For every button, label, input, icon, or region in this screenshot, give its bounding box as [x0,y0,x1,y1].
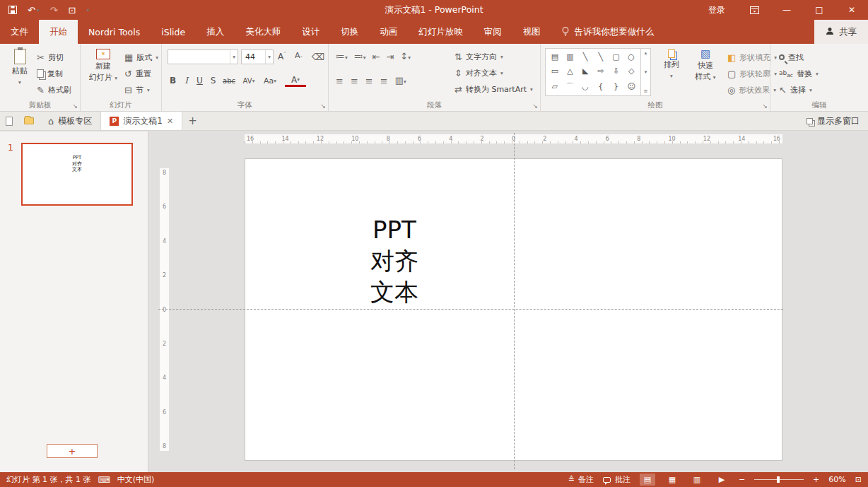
notes-button[interactable]: ≜备注 [568,474,594,485]
share-button[interactable]: 共享 [814,20,868,44]
shape-icon[interactable]: ⇩ [613,66,619,76]
new-document-icon[interactable] [0,112,18,130]
undo-icon[interactable]: ↶▾ [28,5,40,16]
vertical-ruler[interactable]: 8 6 4 2 0 2 4 6 8 [160,168,169,451]
cut-button[interactable]: ✂剪切 [37,50,64,64]
close-tab-icon[interactable]: ✕ [167,117,173,126]
customize-qat-icon[interactable]: ▾ [86,7,89,13]
convert-smartart-button[interactable]: ⇄转换为 SmartArt▾ [454,82,533,96]
sign-in-link[interactable]: 登录 [696,4,738,16]
font-dialog-launcher-icon[interactable]: ↘ [320,103,326,110]
shape-icon[interactable]: ◡ [582,82,589,91]
save-icon[interactable] [8,6,17,14]
new-tab-button[interactable]: + [182,112,203,130]
copy-button[interactable]: 复制 [37,66,63,81]
shape-icon[interactable]: } [614,82,618,91]
arrange-button[interactable]: 排列 ▾ [657,49,686,81]
fit-to-window-icon[interactable]: ⊡ [855,475,862,484]
replace-button[interactable]: abac替换▾ [779,66,819,81]
quick-styles-button[interactable]: ▧ 快速 样式 ▾ [689,49,722,82]
shape-outline-button[interactable]: ▢形状轮廓▾ [727,66,777,81]
tab-animations[interactable]: 动画 [369,20,408,44]
normal-view-icon[interactable]: ▤ [640,474,655,486]
tab-insert[interactable]: 插入 [196,20,235,44]
drawing-dialog-launcher-icon[interactable]: ↘ [762,103,768,110]
strikethrough-button[interactable]: abc [220,74,238,88]
tab-review[interactable]: 审阅 [474,20,512,44]
layout-button[interactable]: ▦版式▾ [124,50,158,64]
shape-icon[interactable]: ⌒ [566,81,574,92]
align-left-icon[interactable]: ≡ [336,76,344,86]
shape-icon[interactable]: ▥ [566,52,573,61]
paste-button[interactable]: 粘贴 ▾ [6,49,34,87]
font-size-combo[interactable]: 44 ▾ [241,49,274,64]
align-right-icon[interactable]: ≡ [365,76,373,86]
shape-icon[interactable]: ◣ [582,66,588,76]
zoom-slider[interactable] [754,479,804,480]
add-slide-button[interactable]: + [47,444,98,458]
underline-button[interactable]: U [193,74,206,88]
reset-button[interactable]: ↺重置 [124,66,151,81]
slideshow-view-icon[interactable]: ▶ [714,474,729,486]
shapes-gallery-scrollbar[interactable]: ▴ ▾ ≡ [640,49,650,95]
zoom-level[interactable]: 60% [828,475,845,484]
close-button[interactable]: ✕ [835,0,868,20]
keyboard-icon[interactable]: ⌨ [98,475,110,485]
gallery-more-icon[interactable]: ≡ [644,88,648,94]
select-button[interactable]: ↖选择▾ [779,83,812,97]
zoom-in-icon[interactable]: + [813,475,819,484]
text-direction-button[interactable]: ⇅文字方向▾ [454,49,503,64]
font-name-combo[interactable]: ▾ [168,49,238,64]
tab-beautify[interactable]: 美化大师 [235,20,291,44]
shape-effects-button[interactable]: ◎形状效果▾ [727,83,776,97]
format-painter-button[interactable]: ✎格式刷 [37,83,71,97]
decrease-indent-icon[interactable]: ⇤ [373,52,380,61]
shape-icon[interactable]: ☺ [627,82,635,91]
scroll-up-icon[interactable]: ▴ [645,50,647,56]
font-color-button[interactable]: A▾ [285,75,306,87]
find-button[interactable]: 查找 [779,50,804,64]
shapes-gallery[interactable]: ▤ ▥ ╲ ╲ ▢ ○ ▭ △ ◣ ⇨ ⇩ ◇ ▱ ⌒ ◡ { } [545,48,651,96]
slide-thumbnail[interactable]: PPT 对齐 文本 [21,143,133,206]
align-center-icon[interactable]: ≡ [351,76,358,86]
reading-view-icon[interactable]: ▥ [689,474,705,486]
change-case-button[interactable]: Aa▾ [259,74,281,88]
open-folder-icon[interactable] [18,112,40,130]
zoom-slider-thumb[interactable] [777,476,780,483]
tab-nordri-tools[interactable]: Nordri Tools [78,20,151,44]
columns-icon[interactable]: ▥▾ [395,76,406,86]
zoom-out-icon[interactable]: − [739,475,745,484]
scroll-down-icon[interactable]: ▾ [645,69,647,75]
language-indicator[interactable]: 中文(中国) [117,474,155,485]
vertical-guide-line[interactable] [514,133,515,469]
justify-icon[interactable]: ≡ [380,76,388,86]
shape-icon[interactable]: ▱ [552,82,558,91]
section-button[interactable]: ⊟节▾ [124,83,150,97]
new-slide-button[interactable]: ✶ 新建 幻灯片 ▾ [85,49,122,83]
text-shadow-button[interactable]: S [206,74,220,88]
paragraph-dialog-launcher-icon[interactable]: ↘ [532,103,538,110]
clear-formatting-button[interactable]: ⌫ [312,49,324,64]
bold-button[interactable]: B [166,74,180,88]
tab-islide[interactable]: iSlide [151,20,196,44]
slide-info[interactable]: 幻灯片 第 1 张，共 1 张 [6,474,90,485]
shape-icon[interactable]: ▤ [551,52,558,61]
grow-font-button[interactable]: Aˆ [278,49,286,64]
template-zone-tab[interactable]: ⌂ 模板专区 [40,112,101,130]
shape-icon[interactable]: ○ [628,52,635,61]
clipboard-dialog-launcher-icon[interactable]: ↘ [72,103,78,110]
maximize-button[interactable]: □ [803,0,835,20]
tab-file[interactable]: 文件 [0,20,39,44]
start-slideshow-icon[interactable]: ⊡ [69,5,76,16]
horizontal-guide-line[interactable] [158,309,783,310]
shape-icon[interactable]: ◇ [628,66,634,76]
bullets-icon[interactable]: ≔▾ [336,52,348,62]
slide-text-block[interactable]: PPT 对齐 文本 [320,214,469,307]
shape-icon[interactable]: { [598,82,603,91]
comments-button[interactable]: 批注 [603,474,631,485]
tab-slideshow[interactable]: 幻灯片放映 [408,20,474,44]
tell-me-box[interactable]: 告诉我你想要做什么 [551,20,664,44]
document-tab[interactable]: P 演示文稿1 ✕ [101,112,182,130]
ribbon-display-options-icon[interactable] [738,0,770,20]
shape-icon[interactable]: △ [567,66,573,76]
